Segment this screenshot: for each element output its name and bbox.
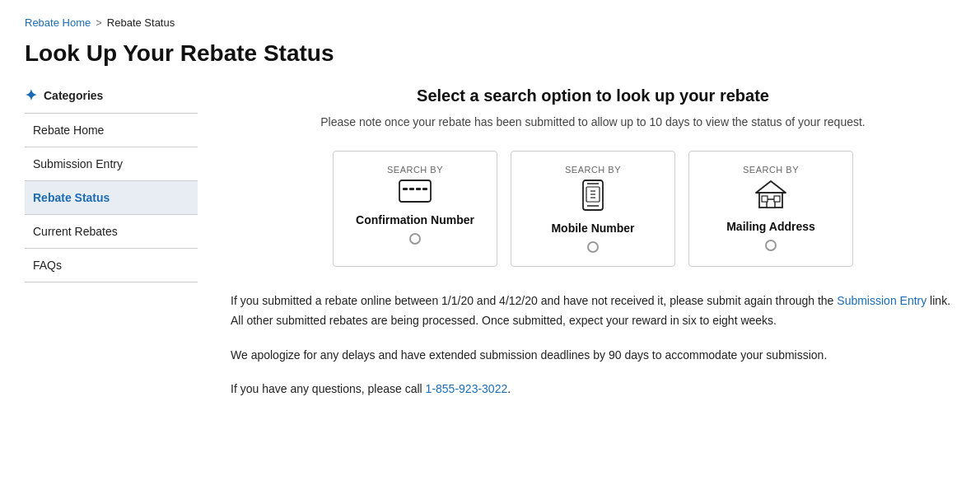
breadcrumb-home-link[interactable]: Rebate Home xyxy=(25,16,91,29)
sidebar-link-submission-entry[interactable]: Submission Entry xyxy=(25,147,198,180)
sidebar-link-current-rebates[interactable]: Current Rebates xyxy=(25,215,198,248)
sidebar-nav: Rebate Home Submission Entry Rebate Stat… xyxy=(25,113,198,282)
card-mailing-radio[interactable] xyxy=(765,240,777,251)
card-confirmation-radio[interactable] xyxy=(409,233,421,245)
search-section-subtitle: Please note once your rebate has been su… xyxy=(231,114,955,131)
sidebar: ✦ Categories Rebate Home Submission Entr… xyxy=(25,86,214,414)
info-p3-part2: . xyxy=(507,382,511,395)
sidebar-item-submission-entry[interactable]: Submission Entry xyxy=(25,147,198,181)
info-paragraph-2: We apologize for any delays and have ext… xyxy=(231,346,955,366)
info-p1-part1: If you submitted a rebate online between… xyxy=(231,294,837,307)
card-mobile-title: Mobile Number xyxy=(551,222,634,235)
search-cards: SEARCH BY Confirmation Number xyxy=(231,151,955,267)
page-title: Look Up Your Rebate Status xyxy=(25,40,955,67)
svg-rect-0 xyxy=(399,180,431,202)
page-wrapper: Rebate Home > Rebate Status Look Up Your… xyxy=(0,0,980,431)
card-mobile-radio[interactable] xyxy=(587,241,599,253)
info-p3-part1: If you have any questions, please call xyxy=(231,382,426,395)
house-icon xyxy=(754,180,787,215)
card-mailing-title: Mailing Address xyxy=(726,220,815,233)
svg-rect-2 xyxy=(409,188,414,190)
search-card-confirmation[interactable]: SEARCH BY Confirmation Number xyxy=(333,151,497,267)
search-card-mobile[interactable]: SEARCH BY Mobile Number xyxy=(511,151,675,267)
sidebar-link-rebate-status[interactable]: Rebate Status xyxy=(25,181,198,214)
breadcrumb: Rebate Home > Rebate Status xyxy=(25,16,955,29)
breadcrumb-separator: > xyxy=(96,16,102,29)
svg-rect-1 xyxy=(403,188,408,190)
sidebar-item-rebate-home[interactable]: Rebate Home xyxy=(25,114,198,147)
categories-icon: ✦ xyxy=(25,86,37,105)
confirmation-icon xyxy=(399,180,432,208)
submission-entry-link[interactable]: Submission Entry xyxy=(837,294,926,307)
sidebar-item-faqs[interactable]: FAQs xyxy=(25,249,198,282)
svg-rect-3 xyxy=(416,188,421,190)
breadcrumb-current: Rebate Status xyxy=(107,16,175,29)
sidebar-link-faqs[interactable]: FAQs xyxy=(25,249,198,282)
card-mobile-label: SEARCH BY xyxy=(565,165,621,175)
svg-rect-16 xyxy=(774,196,780,202)
sidebar-categories-header: ✦ Categories xyxy=(25,86,198,105)
phone-link[interactable]: 1-855-923-3022 xyxy=(426,382,508,395)
svg-rect-15 xyxy=(762,196,768,202)
sidebar-item-rebate-status[interactable]: Rebate Status xyxy=(25,181,198,215)
categories-label: Categories xyxy=(44,89,103,102)
mobile-icon xyxy=(582,180,604,217)
card-confirmation-label: SEARCH BY xyxy=(387,165,443,175)
content-area: Select a search option to look up your r… xyxy=(214,86,955,414)
info-paragraph-1: If you submitted a rebate online between… xyxy=(231,292,955,331)
search-section-title: Select a search option to look up your r… xyxy=(231,86,955,105)
main-layout: ✦ Categories Rebate Home Submission Entr… xyxy=(25,86,955,414)
search-card-mailing[interactable]: SEARCH BY Mailing Address xyxy=(688,151,853,267)
svg-rect-4 xyxy=(422,188,427,190)
card-confirmation-title: Confirmation Number xyxy=(356,213,474,226)
info-paragraph-3: If you have any questions, please call 1… xyxy=(231,380,955,399)
card-mailing-label: SEARCH BY xyxy=(743,165,799,175)
sidebar-link-rebate-home[interactable]: Rebate Home xyxy=(25,114,198,147)
svg-marker-12 xyxy=(756,181,786,193)
sidebar-item-current-rebates[interactable]: Current Rebates xyxy=(25,215,198,249)
